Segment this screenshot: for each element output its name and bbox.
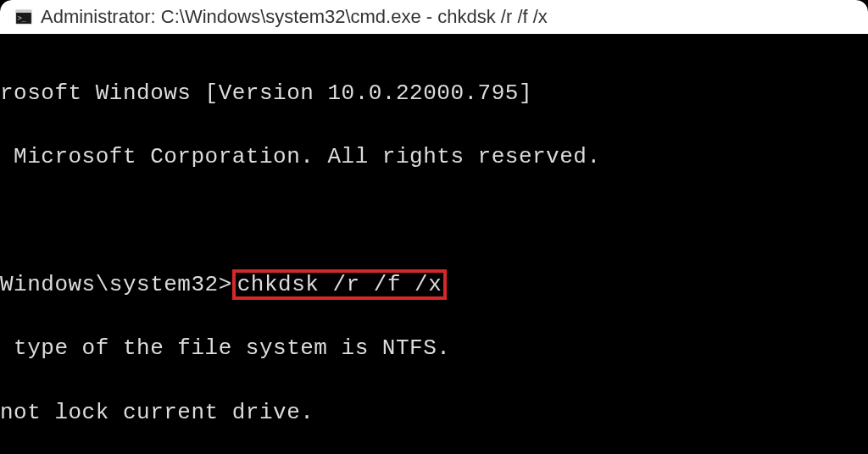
prompt-path: Windows\system32> — [0, 272, 232, 297]
window-title: Administrator: C:\Windows\system32\cmd.e… — [41, 6, 548, 28]
svg-text:>_: >_ — [18, 14, 26, 22]
window-titlebar[interactable]: >_ Administrator: C:\Windows\system32\cm… — [0, 0, 868, 34]
prompt-line: Windows\system32>chkdsk /r /f /x — [0, 269, 868, 302]
output-line — [0, 205, 868, 237]
terminal-output[interactable]: rosoft Windows [Version 10.0.22000.795] … — [0, 34, 868, 454]
output-line: not lock current drive. — [0, 397, 868, 429]
highlighted-command: chkdsk /r /f /x — [232, 269, 448, 301]
output-line: Microsoft Corporation. All rights reserv… — [0, 141, 868, 174]
output-line: rosoft Windows [Version 10.0.22000.795] — [0, 78, 868, 110]
cmd-icon: >_ — [15, 8, 32, 25]
output-line: type of the file system is NTFS. — [0, 333, 868, 365]
svg-rect-1 — [16, 10, 31, 13]
